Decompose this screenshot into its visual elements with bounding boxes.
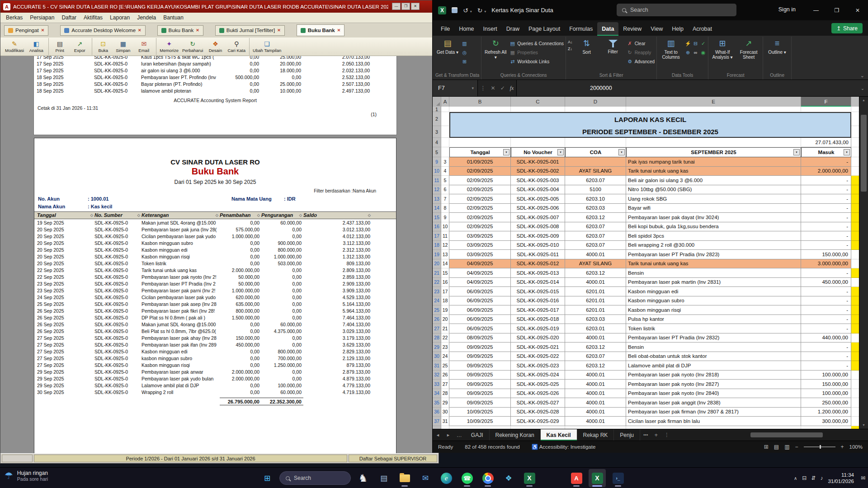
redo-icon[interactable]: ↻ ▾ (477, 7, 486, 14)
clear-filter-button[interactable]: ✗Clear (627, 39, 655, 47)
header-masuk[interactable]: Masuk▼ (801, 147, 851, 157)
sheet-data-row[interactable]: 15 9 02/09/2025 SDL-KK-0925-007 6203.12 … (433, 213, 859, 222)
sheet-data-row[interactable]: 35 29 09/09/2025 SDL-KK-0925-027 4000.01… (433, 398, 859, 408)
print-button[interactable]: ▤ Print (48, 38, 69, 55)
sheet-data-row[interactable]: 19 13 03/09/2025 SDL-KK-0925-011 4000.01… (433, 250, 859, 259)
accurate-close-button[interactable]: ✕ (411, 3, 420, 10)
filter-dropdown-icon[interactable]: ▼ (793, 149, 800, 155)
ribbon-tab-review[interactable]: Review (618, 22, 646, 36)
header-no-voucher[interactable]: No Voucher▼ (511, 147, 565, 157)
sort-button[interactable]: ⇅ Sort (575, 38, 599, 72)
ribbon-tab-draw[interactable]: Draw (502, 22, 524, 36)
anydesk-icon[interactable]: A (568, 469, 585, 487)
cari-kata-button[interactable]: ⚲ Cari Kata (226, 38, 247, 55)
sheet-tab-penju[interactable]: Penju (614, 429, 640, 441)
menu-item[interactable]: Berkas (2, 13, 26, 22)
row-header[interactable]: 16 (433, 222, 441, 232)
row-header[interactable]: 4 (433, 138, 441, 147)
scrollbar-thumb[interactable] (861, 115, 867, 192)
new-sheet-button[interactable]: + (651, 432, 661, 438)
sheet-title-cell[interactable]: LAPORAN KAS KECIL (449, 112, 851, 126)
row-header[interactable]: 19 (433, 250, 441, 259)
filter-dropdown-icon[interactable]: ▼ (557, 149, 564, 155)
row-header[interactable]: 24 (433, 296, 441, 306)
row-header[interactable]: 36 (433, 408, 441, 417)
sheet-tab-rekap-rk[interactable]: Rekap RK (577, 429, 614, 441)
menu-item[interactable]: Laporan (106, 13, 133, 22)
vertical-scrollbar[interactable]: ▲ ▼ (859, 97, 868, 429)
tab-buku-bank-1[interactable]: Buku Bank ✕ (157, 25, 203, 36)
row-header[interactable]: 2 (433, 112, 441, 126)
normal-view-icon[interactable]: ⊞ (764, 444, 769, 450)
column-header-b[interactable]: B (449, 97, 511, 107)
row-header[interactable]: 20 (433, 259, 441, 269)
text-to-columns-button[interactable]: ▥ Text to Columns (659, 38, 683, 72)
sheet-row-4[interactable]: 4 27.071.433,00 (433, 138, 859, 147)
menu-item[interactable]: Persiapan (26, 13, 58, 22)
memorize-button[interactable]: ✦ Memorize (156, 38, 180, 55)
menu-item[interactable]: Jendela (133, 13, 160, 22)
sheet-data-row[interactable]: 14 8 02/09/2025 SDL-KK-0925-006 6203.03 … (433, 204, 859, 213)
row-header[interactable]: 33 (433, 380, 441, 389)
zoom-slider-thumb[interactable] (820, 445, 821, 449)
row-header[interactable]: 15 (433, 213, 441, 222)
sheet-data-row[interactable]: 24 18 06/09/2025 SDL-KK-0925-016 6201.01… (433, 296, 859, 306)
sheet-data-row[interactable]: 34 28 09/09/2025 SDL-KK-0925-026 4000.01… (433, 389, 859, 399)
sort-az-button[interactable]: A↓ (568, 39, 573, 45)
filter-dropdown-icon[interactable]: ▼ (618, 149, 625, 155)
select-all-corner[interactable] (433, 97, 441, 107)
accurate-titlebar[interactable]: A ACCURATE 5 - CV SINAR DUTA LASER RO [E… (0, 0, 439, 13)
save-icon[interactable] (452, 7, 458, 13)
ribbon-tab-acrobat[interactable]: Acrobat (688, 22, 717, 36)
name-box[interactable]: F7▾ (433, 80, 478, 96)
row-header[interactable]: 27 (433, 324, 441, 333)
header-coa[interactable]: COA▼ (565, 147, 626, 157)
zoom-out-icon[interactable]: − (795, 444, 798, 450)
row-header[interactable]: 23 (433, 287, 441, 296)
insert-function-icon[interactable]: fx (510, 85, 514, 92)
display-icon[interactable]: ⊟ (802, 475, 807, 481)
row-header[interactable]: 26 (433, 315, 441, 324)
modifikasi-button[interactable]: ✎ Modifikasi (3, 38, 26, 55)
column-header-f-selected[interactable]: F (801, 97, 851, 107)
row-header[interactable]: 31 (433, 361, 441, 371)
cancel-icon[interactable]: ✕ (491, 85, 495, 91)
consolidate-icon[interactable]: ⊕ (685, 50, 691, 56)
data-types-icon[interactable]: ◉ (700, 50, 706, 56)
sheet-row-1[interactable]: 1 (433, 107, 859, 112)
tab-bukti-jurnal-terfilter[interactable]: Bukti Jurnal [Terfilter] ✕ (215, 25, 285, 36)
sheet-data-row[interactable]: 26 20 06/09/2025 SDL-KK-0925-018 6203.03… (433, 315, 859, 324)
menu-item[interactable]: Daftar (58, 13, 80, 22)
sort-za-button[interactable]: Z↓ (568, 46, 573, 52)
row-header[interactable]: 11 (433, 176, 441, 185)
terminal-icon[interactable]: ›_ (609, 469, 627, 487)
page-layout-view-icon[interactable]: ▤ (774, 444, 779, 450)
reapply-button[interactable]: ↻Reapply (627, 48, 655, 56)
row-header[interactable]: 29 (433, 343, 441, 352)
column-header-c[interactable]: C (511, 97, 565, 107)
sheet-data-row[interactable]: 30 24 09/09/2025 SDL-KK-0925-022 6203.07… (433, 352, 859, 361)
accessibility-status[interactable]: ♿ Accessibility: Investigate (532, 444, 596, 450)
filter-dropdown-icon[interactable]: ▼ (844, 149, 850, 155)
sheet-row-3[interactable]: 3 PERIODE SEPTEMBER - DESEMBER 2025 (433, 126, 859, 138)
zoom-level[interactable]: 100% (849, 444, 863, 450)
zoom-in-icon[interactable]: + (841, 444, 844, 450)
row-header[interactable]: 1 (433, 107, 441, 112)
tab-close-icon[interactable]: ✕ (138, 28, 142, 33)
sheet-tab-kas-kecil[interactable]: Kas Kecil (541, 429, 577, 441)
tab-close-icon[interactable]: ✕ (277, 28, 281, 33)
undo-icon[interactable]: ↺ ▾ (463, 7, 472, 14)
email-button[interactable]: ✉ Email (133, 38, 154, 55)
sheet-nav-left-icon[interactable]: ◄ (433, 433, 443, 437)
excel-maximize-button[interactable]: ❐ (826, 0, 847, 20)
notes-app-icon[interactable]: ▤ (375, 469, 392, 487)
search-box[interactable]: Search (617, 4, 736, 16)
task-view-icon[interactable]: ⊞ (259, 469, 276, 487)
expor-button[interactable]: ↗ Expor (69, 38, 90, 55)
header-tanggal[interactable]: Tanggal▼ (449, 147, 511, 157)
menu-item[interactable]: Aktifitas (80, 13, 106, 22)
get-data-button[interactable]: ▤ Get Data ▾ (435, 38, 460, 72)
file-explorer-icon[interactable] (396, 469, 413, 487)
network-icon[interactable]: ⇵ (811, 475, 816, 481)
ribbon-tab-home[interactable]: Home (454, 22, 478, 36)
